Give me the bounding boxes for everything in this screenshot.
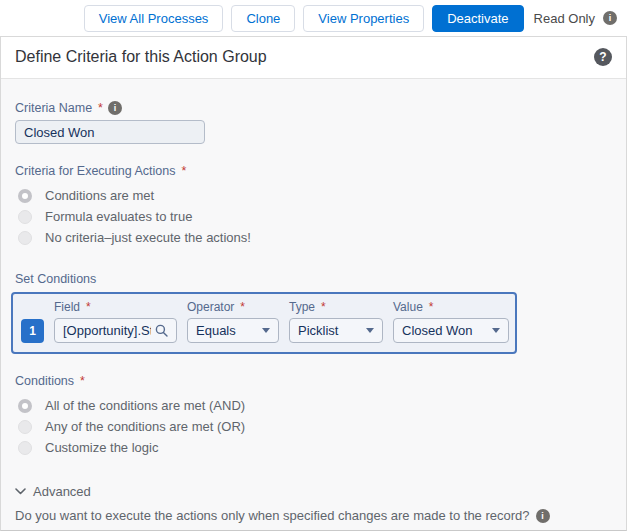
radio-label: Formula evaluates to true <box>45 209 192 224</box>
value-select[interactable]: Closed Won <box>393 318 509 343</box>
field-value: [Opportunity].St... <box>63 323 151 338</box>
criteria-name-info-icon[interactable]: i <box>108 101 122 115</box>
condition-type-column: Type* Picklist <box>289 300 383 343</box>
radio-label: No criteria–just execute the actions! <box>45 230 251 245</box>
radio-any-conditions-or[interactable]: Any of the conditions are met (OR) <box>15 416 612 437</box>
value-label-row: Value* <box>393 300 509 314</box>
advanced-section-toggle[interactable]: Advanced <box>15 484 612 499</box>
field-label: Field <box>54 300 80 314</box>
operator-label: Operator <box>187 300 234 314</box>
advanced-label: Advanced <box>33 484 91 499</box>
required-asterisk: * <box>80 374 85 388</box>
radio-icon <box>18 210 32 224</box>
executing-actions-radio-group: Conditions are met Formula evaluates to … <box>15 185 612 248</box>
criteria-name-input[interactable]: Closed Won <box>15 120 205 144</box>
clone-button[interactable]: Clone <box>231 5 295 32</box>
criteria-name-label: Criteria Name <box>15 101 92 115</box>
field-lookup-input[interactable]: [Opportunity].St... <box>54 318 177 343</box>
radio-icon <box>18 231 32 245</box>
required-asterisk: * <box>321 300 326 314</box>
condition-value-column: Value* Closed Won <box>393 300 509 343</box>
criteria-name-value: Closed Won <box>24 125 95 140</box>
required-asterisk: * <box>240 300 245 314</box>
deactivate-button[interactable]: Deactivate <box>432 5 523 32</box>
set-conditions-label: Set Conditions <box>15 272 612 286</box>
radio-all-conditions-and[interactable]: All of the conditions are met (AND) <box>15 395 612 416</box>
condition-row-box: 1 Field* [Opportunity].St... Operator* <box>11 292 517 354</box>
condition-operator-column: Operator* Equals <box>187 300 279 343</box>
search-icon <box>155 324 168 337</box>
help-icon[interactable]: ? <box>594 48 612 66</box>
conditions-label-row: Conditions* <box>15 374 612 388</box>
panel-header: Define Criteria for this Action Group ? <box>1 37 626 79</box>
operator-value: Equals <box>196 323 256 338</box>
radio-label: Conditions are met <box>45 188 154 203</box>
operator-label-row: Operator* <box>187 300 279 314</box>
executing-actions-label-row: Criteria for Executing Actions* <box>15 164 612 178</box>
value-label: Value <box>393 300 423 314</box>
top-action-bar: View All Processes Clone View Properties… <box>0 0 627 36</box>
criteria-panel: Define Criteria for this Action Group ? … <box>0 36 627 531</box>
operator-select[interactable]: Equals <box>187 318 279 343</box>
view-all-processes-button[interactable]: View All Processes <box>84 5 224 32</box>
panel-body: Criteria Name* i Closed Won Criteria for… <box>1 79 626 531</box>
field-label-row: Field* <box>54 300 177 314</box>
value-value: Closed Won <box>402 323 486 338</box>
radio-conditions-are-met[interactable]: Conditions are met <box>15 185 612 206</box>
chevron-down-icon <box>15 488 26 495</box>
read-only-info-icon[interactable]: i <box>603 11 617 25</box>
type-value: Picklist <box>298 323 360 338</box>
type-select[interactable]: Picklist <box>289 318 383 343</box>
page-title: Define Criteria for this Action Group <box>15 48 267 66</box>
condition-field-column: Field* [Opportunity].St... <box>54 300 177 343</box>
radio-selected-icon <box>18 189 32 203</box>
required-asterisk: * <box>86 300 91 314</box>
radio-formula-evaluates[interactable]: Formula evaluates to true <box>15 206 612 227</box>
radio-label: Any of the conditions are met (OR) <box>45 419 245 434</box>
radio-customize-logic[interactable]: Customize the logic <box>15 437 612 458</box>
executing-actions-label: Criteria for Executing Actions <box>15 164 176 178</box>
view-properties-button[interactable]: View Properties <box>303 5 424 32</box>
conditions-label: Conditions <box>15 374 74 388</box>
radio-icon <box>18 420 32 434</box>
criteria-name-label-row: Criteria Name* i <box>15 101 612 115</box>
radio-icon <box>18 441 32 455</box>
radio-label: Customize the logic <box>45 440 158 455</box>
condition-row-number-badge[interactable]: 1 <box>21 319 44 343</box>
advanced-question-info-icon[interactable]: i <box>536 509 550 523</box>
type-label: Type <box>289 300 315 314</box>
type-label-row: Type* <box>289 300 383 314</box>
required-asterisk: * <box>429 300 434 314</box>
radio-selected-icon <box>18 399 32 413</box>
read-only-label: Read Only <box>534 11 595 26</box>
advanced-question-row: Do you want to execute the actions only … <box>15 508 612 523</box>
radio-label: All of the conditions are met (AND) <box>45 398 245 413</box>
required-asterisk: * <box>98 101 103 115</box>
conditions-logic-radio-group: All of the conditions are met (AND) Any … <box>15 395 612 458</box>
advanced-question-text: Do you want to execute the actions only … <box>15 508 530 523</box>
radio-no-criteria[interactable]: No criteria–just execute the actions! <box>15 227 612 248</box>
required-asterisk: * <box>182 164 187 178</box>
